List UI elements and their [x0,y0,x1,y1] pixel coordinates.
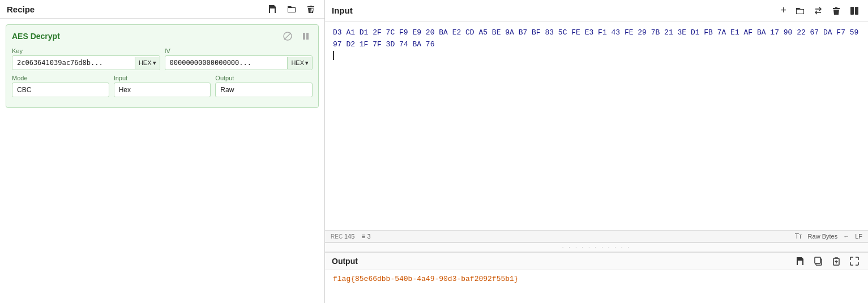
pause-icon [301,32,310,41]
recipe-title: Recipe [7,5,35,14]
iv-input-row: HEX ▾ [165,55,313,70]
eol-value: LF [855,233,862,240]
status-lines: ≡ 3 [361,232,370,240]
output-type-field-group: Output Raw [215,75,313,97]
output-type-label: Output [215,75,313,81]
key-field-group: Key HEX ▾ [12,47,160,70]
iv-label: IV [165,47,313,54]
key-encoding-value: HEX [139,59,152,66]
output-header: Output [325,253,868,270]
output-body: flag{85e66dbb-540b-4a49-90d3-baf2092f55b… [325,270,868,303]
svg-rect-3 [306,33,309,40]
type-icon: Tт [795,232,802,240]
input-type-field-group: Input Hex [114,75,211,97]
disable-icon [283,32,292,41]
text-cursor [333,51,334,60]
input-type-value: Hex [119,86,131,94]
output-toolbar [793,256,861,267]
pause-ingredient-button[interactable] [299,31,313,42]
layout-input-button[interactable] [848,5,861,16]
iv-encoding-dropdown[interactable]: HEX ▾ [287,57,312,69]
recipe-header: Recipe [0,0,324,19]
aes-card-title: AES Decrypt [12,32,60,41]
left-panel: Recipe AES Decrypt [0,0,325,303]
add-icon: + [780,5,786,16]
input-body[interactable]: D3 A1 D1 2F 7C F9 E9 20 BA E2 CD A5 BE 9… [325,21,868,230]
iv-encoding-chevron: ▾ [305,59,309,67]
status-right: Tт Raw Bytes ← LF [795,232,862,240]
aes-card: AES Decrypt [6,24,319,108]
open-folder-button[interactable] [285,3,298,15]
swap-input-button[interactable] [811,5,825,16]
key-input-row: HEX ▾ [12,55,160,70]
aes-card-controls [281,31,313,42]
delete-recipe-button[interactable] [304,3,318,15]
layout-icon [850,6,859,15]
mode-value: CBC [17,86,31,94]
svg-rect-5 [855,7,858,15]
mode-field-group: Mode CBC [12,75,109,97]
output-type-select[interactable]: Raw [215,83,313,97]
mode-select[interactable]: CBC [12,83,109,97]
svg-rect-7 [815,257,820,263]
folder-icon [287,5,296,14]
disable-ingredient-button[interactable] [281,31,294,42]
open-input-button[interactable] [793,5,807,16]
svg-rect-2 [303,33,305,40]
output-section: Output [325,252,868,303]
key-label: Key [12,47,160,54]
rec-value: 145 [344,233,354,240]
iv-encoding-value: HEX [291,59,304,66]
copy-output-button[interactable] [811,256,825,267]
key-encoding-dropdown[interactable]: HEX ▾ [135,57,160,69]
lines-icon: ≡ [361,232,367,240]
expand-icon [850,257,859,266]
resize-divider[interactable]: · · · · · · · · · · · [325,243,868,252]
cursor-line [333,51,860,60]
hex-data-line1: D3 A1 D1 2F 7C F9 E9 20 BA E2 CD A5 BE 9… [333,27,860,51]
input-status-bar: REC 145 ≡ 3 Tт Raw Bytes ← LF [325,230,868,243]
input-type-select[interactable]: Hex [114,83,211,97]
status-left: REC 145 ≡ 3 [331,232,371,240]
recipe-toolbar [266,3,318,15]
recipe-content: AES Decrypt [0,19,324,303]
svg-rect-4 [850,7,854,15]
rec-label: REC [331,233,344,240]
save-icon [268,5,277,14]
save-output-icon [796,257,805,266]
output-type-value: Raw [220,86,234,94]
status-rec: REC 145 [331,233,354,240]
input-title: Input [332,6,353,15]
output-value: flag{85e66dbb-540b-4a49-90d3-baf2092f55b… [333,275,519,283]
eol-arrow: ← [843,233,849,240]
trash-input-icon [832,6,841,15]
save-output-button[interactable] [793,256,807,267]
key-iv-row: Key HEX ▾ IV HEX ▾ [12,47,313,70]
add-input-button[interactable]: + [778,3,789,18]
right-panel: Input + [325,0,868,303]
paste-output-button[interactable] [829,256,843,267]
aes-card-header: AES Decrypt [12,31,313,42]
svg-line-1 [284,33,291,40]
data-type: Raw Bytes [808,233,838,240]
clipboard-icon [832,257,841,266]
folder-open-icon [796,6,805,15]
key-encoding-chevron: ▾ [153,59,156,67]
key-input[interactable] [12,56,135,70]
output-title: Output [332,257,358,266]
clear-input-button[interactable] [829,5,843,16]
input-section: Input + [325,0,868,243]
mode-label: Mode [12,75,109,81]
trash-icon [306,5,315,14]
input-header: Input + [325,0,868,21]
save-button[interactable] [266,3,279,15]
iv-input[interactable] [165,56,288,70]
lines-value: 3 [367,233,371,240]
iv-field-group: IV HEX ▾ [165,47,313,70]
expand-output-button[interactable] [848,256,861,267]
copy-icon [814,257,823,266]
input-type-label: Input [114,75,211,81]
input-toolbar: + [778,3,861,18]
mode-input-output-row: Mode CBC Input Hex Output Raw [12,75,313,97]
swap-icon [814,6,823,15]
